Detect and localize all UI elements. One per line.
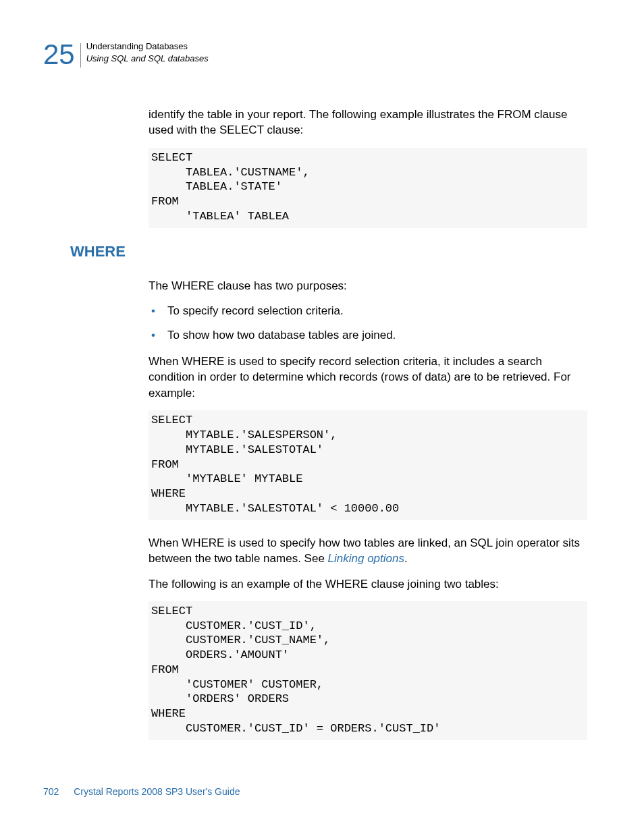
doc-title: Crystal Reports 2008 SP3 User's Guide (74, 786, 240, 797)
content-area: identify the table in your report. The f… (149, 107, 587, 228)
list-item: To show how two database tables are join… (149, 327, 587, 343)
list-item: To specify record selection criteria. (149, 303, 587, 319)
chapter-number: 25 (43, 40, 75, 69)
where-selection-paragraph: When WHERE is used to specify record sel… (149, 354, 587, 401)
code-block-where-join: SELECT CUSTOMER.'CUST_ID', CUSTOMER.'CUS… (149, 601, 587, 740)
header-title: Understanding Databases (86, 40, 209, 53)
intro-paragraph: identify the table in your report. The f… (149, 107, 587, 138)
where-section: The WHERE clause has two purposes: To sp… (149, 278, 587, 740)
section-heading-where: WHERE (70, 243, 601, 260)
page-footer: 702 Crystal Reports 2008 SP3 User's Guid… (43, 786, 240, 797)
where-intro: The WHERE clause has two purposes: (149, 278, 587, 294)
linking-options-link[interactable]: Linking options (328, 552, 404, 565)
where-join-paragraph: When WHERE is used to specify how two ta… (149, 535, 587, 567)
page-number: 702 (43, 786, 59, 797)
running-header: 25 Understanding Databases Using SQL and… (43, 40, 601, 69)
header-divider (80, 43, 81, 67)
header-subtitle: Using SQL and SQL databases (86, 53, 209, 65)
bullet-list: To specify record selection criteria. To… (149, 303, 587, 343)
where-join-text-post: . (404, 552, 408, 565)
code-block-from: SELECT TABLEA.'CUSTNAME', TABLEA.'STATE'… (149, 148, 587, 228)
where-join-example-intro: The following is an example of the WHERE… (149, 576, 587, 592)
code-block-where-selection: SELECT MYTABLE.'SALESPERSON', MYTABLE.'S… (149, 410, 587, 520)
